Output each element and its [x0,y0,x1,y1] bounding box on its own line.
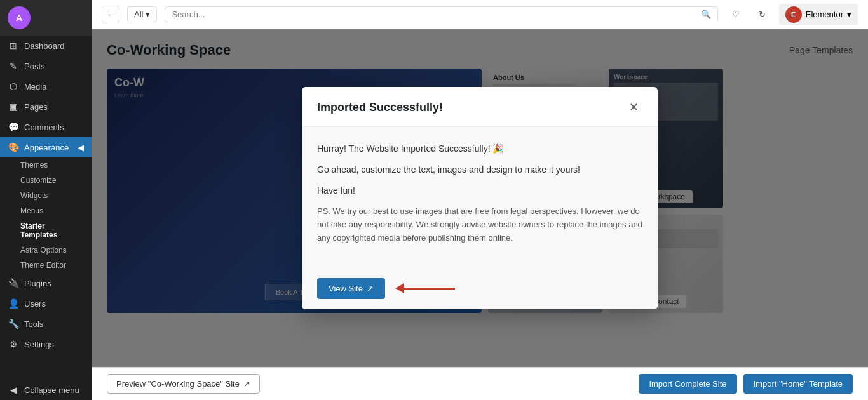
back-icon: ← [107,10,115,19]
sidebar-item-starter-templates[interactable]: Starter Templates [8,218,92,243]
tools-icon: 🔧 [8,319,19,329]
user-menu[interactable]: E Elementor ▾ [779,4,858,25]
collapse-icon: ◀ [8,385,19,395]
appearance-collapse-icon: ◀ [78,143,84,152]
comments-icon: 💬 [8,122,19,132]
view-site-label: View Site [329,284,363,293]
settings-icon: ⚙ [8,339,19,349]
sidebar-item-menus[interactable]: Menus [8,203,92,218]
modal-ps-text: PS: We try our best to use images that a… [317,205,642,244]
view-site-button[interactable]: View Site ↗ [317,278,385,299]
topbar: ← All ▾ 🔍 ♡ ↻ E Elementor ▾ [92,0,868,29]
sidebar-item-comments[interactable]: 💬 Comments [0,117,92,137]
sidebar-item-theme-editor[interactable]: Theme Editor [8,258,92,273]
external-preview-icon: ↗ [243,379,250,389]
sidebar-label-comments: Comments [24,123,64,132]
main-area: ← All ▾ 🔍 ♡ ↻ E Elementor ▾ [92,0,868,400]
sidebar-label-dashboard: Dashboard [24,41,65,51]
modal-line2: Go ahead, customize the text, images and… [317,163,642,177]
users-icon: 👤 [8,298,19,309]
user-chevron-icon: ▾ [847,10,851,19]
preview-site-button[interactable]: Preview "Co-Working Space" Site ↗ [107,374,260,394]
sidebar-label-posts: Posts [24,62,45,71]
sidebar-item-customize[interactable]: Customize [8,173,92,188]
sidebar-item-widgets[interactable]: Widgets [8,188,92,203]
sidebar-item-themes[interactable]: Themes [8,157,92,173]
filter-label: All [134,10,143,19]
logo-icon: A [8,6,31,29]
bottom-bar: Preview "Co-Working Space" Site ↗ Import… [92,367,868,400]
sidebar-item-users[interactable]: 👤 Users [0,293,92,314]
import-home-button[interactable]: Import "Home" Template [743,374,853,394]
sidebar: A ⊞ Dashboard ✎ Posts ⬡ Media ▣ Pages 💬 … [0,0,92,400]
filter-dropdown[interactable]: All ▾ [127,6,157,22]
chevron-down-icon: ▾ [146,10,150,19]
refresh-icon: ↻ [759,10,766,19]
sidebar-item-dashboard[interactable]: ⊞ Dashboard [0,36,92,56]
avatar: E [785,6,802,23]
sidebar-logo: A [0,0,92,36]
sidebar-item-collapse[interactable]: ◀ Collapse menu [0,380,92,400]
arrow-head-icon [395,283,404,293]
sidebar-item-plugins[interactable]: 🔌 Plugins [0,273,92,293]
user-name-label: Elementor [806,10,843,19]
sidebar-item-tools[interactable]: 🔧 Tools [0,314,92,334]
sidebar-item-pages[interactable]: ▣ Pages [0,97,92,117]
sidebar-label-appearance: Appearance [24,143,69,152]
sidebar-item-appearance[interactable]: 🎨 Appearance ◀ [0,137,92,157]
media-icon: ⬡ [8,81,19,91]
pages-icon: ▣ [8,102,19,112]
sidebar-label-settings: Settings [24,340,54,349]
modal-close-button[interactable]: ✕ [625,98,642,116]
sidebar-item-settings[interactable]: ⚙ Settings [0,334,92,354]
preview-label: Preview "Co-Working Space" Site [116,379,240,389]
modal-header: Imported Successfully! ✕ [302,87,658,127]
favorites-button[interactable]: ♡ [726,4,746,25]
sidebar-label-collapse: Collapse menu [24,385,79,395]
appearance-submenu: Themes Customize Widgets Menus Starter T… [0,157,92,273]
arrow-indicator [395,283,455,293]
sidebar-label-media: Media [24,82,46,91]
modal-overlay: Imported Successfully! ✕ Hurray! The Web… [92,29,868,367]
modal-body: Hurray! The Website Imported Successfull… [302,127,658,267]
sidebar-item-media[interactable]: ⬡ Media [0,76,92,97]
import-complete-button[interactable]: Import Complete Site [639,374,736,394]
search-icon: 🔍 [701,10,711,19]
modal-footer: View Site ↗ [302,268,658,309]
dashboard-icon: ⊞ [8,41,19,51]
sidebar-label-plugins: Plugins [24,279,51,288]
appearance-icon: 🎨 [8,142,19,152]
sidebar-label-tools: Tools [24,319,43,329]
arrow-line [404,288,455,290]
sidebar-label-users: Users [24,299,46,309]
heart-icon: ♡ [732,10,740,19]
import-actions: Import Complete Site Import "Home" Templ… [639,374,853,394]
sidebar-label-pages: Pages [24,102,48,112]
search-box: 🔍 [165,6,717,22]
import-success-modal: Imported Successfully! ✕ Hurray! The Web… [302,87,658,309]
modal-title: Imported Successfully! [317,101,443,114]
search-input[interactable] [172,10,700,19]
topbar-actions: ♡ ↻ E Elementor ▾ [726,4,858,25]
back-button[interactable]: ← [102,6,119,23]
modal-line1: Hurray! The Website Imported Successfull… [317,142,642,156]
sidebar-item-posts[interactable]: ✎ Posts [0,56,92,76]
posts-icon: ✎ [8,61,19,71]
avatar-initials: E [791,11,796,18]
sidebar-item-astra-options[interactable]: Astra Options [8,243,92,258]
content-area: Co-Working Space Page Templates Co-W Lea… [92,29,868,367]
modal-line3: Have fun! [317,184,642,197]
refresh-button[interactable]: ↻ [752,4,773,25]
plugins-icon: 🔌 [8,278,19,288]
external-link-icon: ↗ [367,284,374,293]
